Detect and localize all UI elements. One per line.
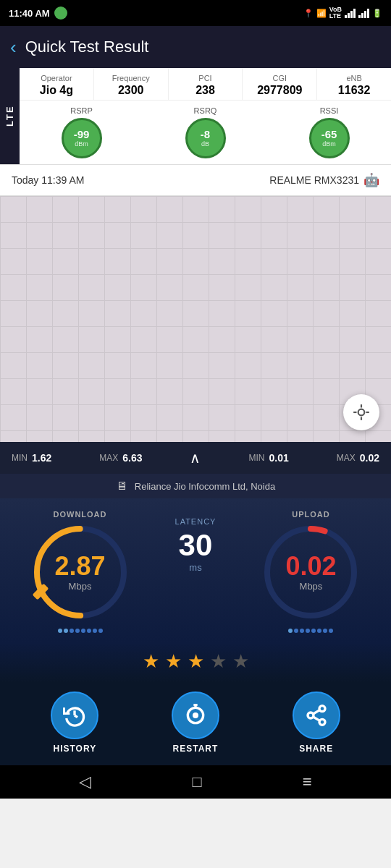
rsrq-unit: dB [201, 140, 209, 148]
svg-point-0 [358, 409, 365, 416]
share-label: SHARE [299, 744, 333, 754]
nav-bar: ◁ □ ≡ [0, 765, 391, 799]
date-device-row: Today 11:39 AM REALME RMX3231 🤖 [0, 165, 391, 196]
status-bar-left: 11:40 AM [9, 7, 67, 20]
star-3: ★ [188, 650, 204, 673]
cgi-label: CGI [245, 74, 314, 82]
latency-container: LATENCY 30 ms [175, 510, 216, 573]
cgi-value: 2977809 [245, 84, 314, 97]
frequency-value: 2300 [97, 84, 165, 97]
status-time: 11:40 AM [9, 8, 50, 19]
lte-content: Operator Jio 4g Frequency 2300 PCI 238 C… [20, 68, 391, 164]
upload-values: 0.02 Mbps [260, 522, 361, 623]
download-max-label: MAX [99, 453, 118, 463]
upload-max-label: MAX [337, 453, 356, 463]
upload-min-value: 0.01 [269, 452, 288, 464]
upload-max-stat: MAX 0.02 [337, 452, 379, 464]
signal-row: RSRP -99 dBm RSRQ -8 dB RSSI [20, 101, 391, 164]
speed-stats-row: MIN 1.62 MAX 6.63 ∧ MIN 0.01 MAX 0.02 [0, 442, 391, 474]
download-label: DOWNLOAD [54, 510, 107, 519]
download-unit: Mbps [69, 581, 92, 592]
nav-home-button[interactable]: □ [192, 773, 201, 791]
top-bar: ‹ Quick Test Result [0, 26, 391, 68]
upload-speed: 0.02 [285, 553, 336, 579]
download-min-value: 1.62 [32, 452, 51, 464]
download-max-value: 6.63 [122, 452, 142, 464]
download-gauge: DOWNLOAD 2.87 Mbps [30, 510, 131, 633]
test-date: Today 11:39 AM [12, 174, 84, 186]
rsrp-cell: RSRP -99 dBm [20, 106, 143, 158]
network-label: VoBLTE [329, 7, 342, 20]
location-icon: 📍 [303, 9, 314, 18]
operator-cell: Operator Jio 4g [20, 68, 94, 100]
signal-bars [345, 9, 356, 18]
device-info: REALME RMX3231 🤖 [269, 172, 379, 188]
download-min-label: MIN [12, 453, 28, 463]
rsrq-circle: -8 dB [185, 118, 226, 158]
device-name: REALME RMX3231 [269, 174, 359, 186]
restart-icon-wrap [172, 692, 219, 739]
upload-ring: 0.02 Mbps [260, 522, 361, 623]
upload-gauge: UPLOAD 0.02 Mbps [260, 510, 361, 633]
signal-bars-2 [358, 9, 369, 18]
monitor-icon: 🖥 [116, 480, 127, 493]
nav-menu-button[interactable]: ≡ [303, 773, 312, 791]
rsrq-value: -8 [201, 129, 210, 140]
rssi-circle: -65 dBm [309, 118, 350, 158]
rsrp-circle: -99 dBm [62, 118, 102, 158]
restart-label: RESTART [173, 744, 219, 754]
gauge-section: DOWNLOAD 2.87 Mbps LATENCY [0, 498, 391, 643]
page-title: Quick Test Result [25, 38, 149, 56]
chevron-up-icon: ∧ [190, 449, 201, 467]
provider-name: Reliance Jio Infocomm Ltd, Noida [135, 481, 275, 492]
frequency-cell: Frequency 2300 [94, 68, 169, 100]
download-max-stat: MAX 6.63 [99, 452, 142, 464]
back-button[interactable]: ‹ [10, 36, 17, 59]
enb-cell: eNB 11632 [317, 68, 391, 100]
pci-cell: PCI 238 [169, 68, 243, 100]
svg-point-15 [319, 719, 325, 725]
history-icon-wrap [51, 692, 98, 739]
provider-row: 🖥 Reliance Jio Infocomm Ltd, Noida [0, 474, 391, 498]
nav-back-button[interactable]: ◁ [79, 773, 91, 791]
rssi-cell: RSSI -65 dBm [267, 106, 391, 158]
upload-max-value: 0.02 [360, 452, 379, 464]
rsrp-label: RSRP [20, 106, 143, 115]
star-1: ★ [143, 650, 159, 673]
download-dots [58, 629, 103, 633]
latency-value: 30 [179, 530, 213, 561]
battery-icon: 🔋 [372, 9, 382, 18]
rssi-unit: dBm [322, 140, 336, 148]
stars-row: ★ ★ ★ ★ ★ [0, 643, 391, 683]
network-info-row: Operator Jio 4g Frequency 2300 PCI 238 C… [20, 68, 391, 101]
rsrq-label: RSRQ [143, 106, 267, 115]
android-icon: 🤖 [363, 172, 379, 188]
location-button[interactable] [343, 394, 379, 430]
enb-label: eNB [320, 74, 388, 82]
upload-unit: Mbps [300, 581, 323, 592]
bottom-buttons: HISTORY RESTART SHARE [0, 683, 391, 765]
download-min-stat: MIN 1.62 [12, 452, 51, 464]
cgi-cell: CGI 2977809 [243, 68, 317, 100]
wifi-icon: 📶 [316, 9, 327, 18]
star-2: ★ [165, 650, 182, 673]
operator-value: Jio 4g [22, 84, 91, 97]
svg-line-17 [313, 710, 319, 714]
download-values: 2.87 Mbps [30, 522, 131, 623]
rsrp-unit: dBm [75, 140, 88, 148]
share-button[interactable]: SHARE [293, 692, 340, 754]
pci-value: 238 [172, 84, 240, 97]
rssi-label: RSSI [267, 106, 391, 115]
restart-button[interactable]: RESTART [172, 692, 219, 754]
operator-label: Operator [22, 74, 91, 82]
enb-value: 11632 [320, 84, 388, 97]
svg-point-14 [308, 712, 314, 718]
upload-min-label: MIN [248, 453, 264, 463]
rssi-value: -65 [321, 129, 337, 140]
history-button[interactable]: HISTORY [51, 692, 98, 754]
map-grid [0, 196, 391, 442]
pci-label: PCI [172, 74, 240, 82]
upload-dots [288, 629, 333, 633]
status-icon-circle [54, 7, 67, 20]
svg-point-13 [319, 706, 325, 712]
